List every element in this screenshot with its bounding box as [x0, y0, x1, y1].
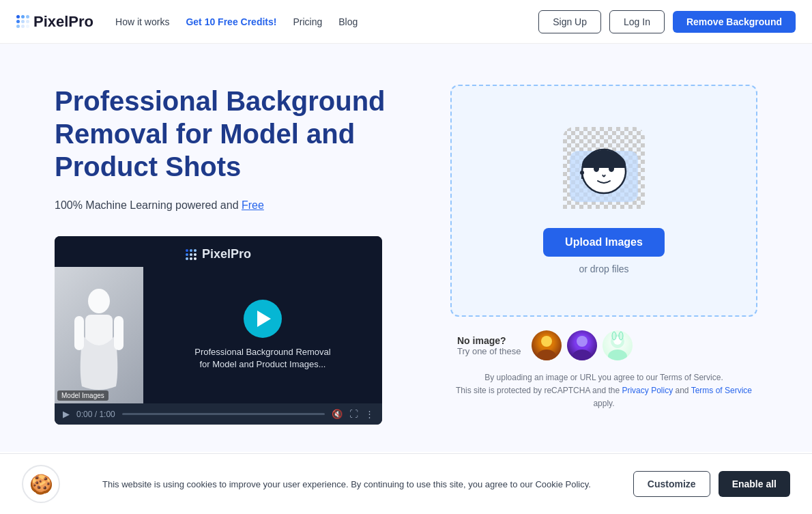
play-icon — [257, 311, 271, 327]
video-logo-grid — [186, 249, 197, 260]
legal-line1: By uploading an image or URL you agree t… — [450, 371, 757, 384]
video-model-image: Model Images — [55, 267, 143, 403]
video-logo-dot — [190, 253, 192, 256]
nav-link-pricing[interactable]: Pricing — [293, 16, 322, 27]
logo-dot — [26, 25, 29, 28]
logo-dot — [16, 25, 20, 28]
svg-point-14 — [572, 349, 592, 360]
video-caption-line1: Professional Background Removal — [194, 346, 330, 358]
nav-link-how-it-works[interactable]: How it works — [115, 16, 169, 27]
try-section: No image? Try one of these — [450, 330, 757, 360]
model-silhouette-svg — [72, 281, 126, 390]
free-link[interactable]: Free — [242, 199, 264, 211]
video-progress-bar[interactable] — [122, 413, 325, 415]
privacy-policy-link[interactable]: Privacy Policy — [622, 386, 673, 395]
subtitle-text: 100% Machine Learning powered and — [55, 199, 242, 211]
try-image-2-svg — [567, 330, 597, 360]
svg-point-12 — [541, 336, 552, 347]
try-images — [532, 330, 633, 360]
log-in-button[interactable]: Log In — [609, 10, 665, 33]
video-logo-text: PixelPro — [202, 247, 251, 261]
legal-line2: This site is protected by reCAPTCHA and … — [450, 384, 757, 410]
drop-files-text: or drop files — [579, 263, 628, 274]
video-logo-dot — [190, 249, 192, 252]
no-image-label: No image? — [457, 335, 521, 346]
upload-dropzone[interactable]: Upload Images or drop files — [450, 85, 757, 317]
logo-dot — [26, 15, 29, 18]
hero-left: Professional Background Removal for Mode… — [55, 85, 409, 425]
nav-left: PixelPro How it works Get 10 Free Credit… — [16, 13, 358, 31]
logo-grid — [16, 15, 29, 28]
video-player: PixelPro — [55, 236, 382, 425]
try-image-3[interactable] — [603, 330, 633, 360]
video-mute-button[interactable]: 🔇 — [332, 409, 343, 419]
video-fullscreen-button[interactable]: ⛶ — [349, 409, 358, 419]
hero-title: Professional Background Removal for Mode… — [55, 85, 409, 183]
video-logo-dot — [194, 257, 197, 260]
face-illustration — [566, 130, 641, 205]
logo-dot — [16, 15, 20, 18]
svg-point-17 — [608, 349, 627, 360]
video-play-control[interactable]: ▶ — [63, 409, 70, 419]
try-image-1[interactable] — [532, 330, 562, 360]
logo-dot — [26, 20, 29, 23]
video-time: 0:00 / 1:00 — [76, 410, 115, 419]
logo-dot — [21, 20, 25, 23]
video-logo-dot — [190, 257, 192, 260]
svg-point-0 — [88, 289, 110, 313]
hero-section: Professional Background Removal for Mode… — [0, 44, 812, 452]
video-more-button[interactable]: ⋮ — [365, 409, 374, 419]
svg-point-19 — [612, 332, 616, 340]
video-caption: Professional Background Removal for Mode… — [194, 346, 330, 371]
video-logo-area: PixelPro — [186, 236, 251, 267]
face-svg-wrap — [563, 127, 645, 209]
logo[interactable]: PixelPro — [16, 13, 93, 31]
logo-dot — [21, 15, 25, 18]
no-image-text: No image? Try one of these — [457, 335, 521, 356]
video-logo-dot — [186, 249, 188, 252]
video-caption-line2: for Model and Product Images... — [194, 358, 330, 371]
video-logo-dot — [194, 253, 197, 256]
video-logo-dot — [186, 253, 188, 256]
remove-background-button[interactable]: Remove Background — [673, 11, 796, 33]
hero-right: Upload Images or drop files No image? Tr… — [450, 85, 757, 411]
video-time-total: 1:00 — [99, 410, 115, 419]
svg-point-8 — [580, 171, 584, 175]
logo-text: PixelPro — [33, 13, 93, 31]
navbar: PixelPro How it works Get 10 Free Credit… — [0, 0, 812, 44]
logo-dot — [16, 20, 20, 23]
try-one-of-these-label: Try one of these — [457, 346, 521, 356]
video-content-area: Model Images Professional Background Rem… — [55, 267, 382, 403]
video-time-current: 0:00 — [76, 410, 92, 419]
legal-and: and — [673, 386, 691, 395]
try-image-2[interactable] — [567, 330, 597, 360]
play-button[interactable] — [244, 300, 282, 338]
video-controls: ▶ 0:00 / 1:00 🔇 ⛶ ⋮ — [55, 403, 382, 425]
svg-point-11 — [537, 349, 556, 360]
try-image-1-svg — [532, 330, 562, 360]
legal-text: By uploading an image or URL you agree t… — [450, 371, 757, 411]
hero-subtitle: 100% Machine Learning powered and Free — [55, 199, 409, 212]
logo-dot — [21, 25, 25, 28]
sign-up-button[interactable]: Sign Up — [538, 10, 601, 33]
try-image-3-svg — [603, 330, 633, 360]
nav-link-blog[interactable]: Blog — [338, 16, 358, 27]
upload-preview — [563, 127, 645, 209]
legal-before: This site is protected by reCAPTCHA and … — [456, 386, 622, 395]
video-inner: PixelPro — [55, 236, 382, 403]
svg-rect-2 — [74, 316, 84, 350]
video-text-area: Professional Background Removal for Mode… — [143, 267, 382, 403]
video-logo-dot — [194, 249, 197, 252]
svg-point-15 — [577, 336, 588, 347]
nav-link-get-credits[interactable]: Get 10 Free Credits! — [186, 16, 276, 27]
terms-of-service-link[interactable]: Terms of Service — [691, 386, 752, 395]
upload-images-button[interactable]: Upload Images — [543, 228, 665, 257]
svg-point-20 — [619, 332, 623, 340]
video-logo-dot — [186, 257, 188, 260]
nav-links: How it works Get 10 Free Credits! Pricin… — [115, 16, 358, 27]
model-label: Model Images — [57, 390, 108, 401]
nav-right: Sign Up Log In Remove Background — [538, 10, 796, 33]
svg-rect-3 — [114, 316, 124, 350]
legal-after: apply. — [593, 399, 614, 408]
